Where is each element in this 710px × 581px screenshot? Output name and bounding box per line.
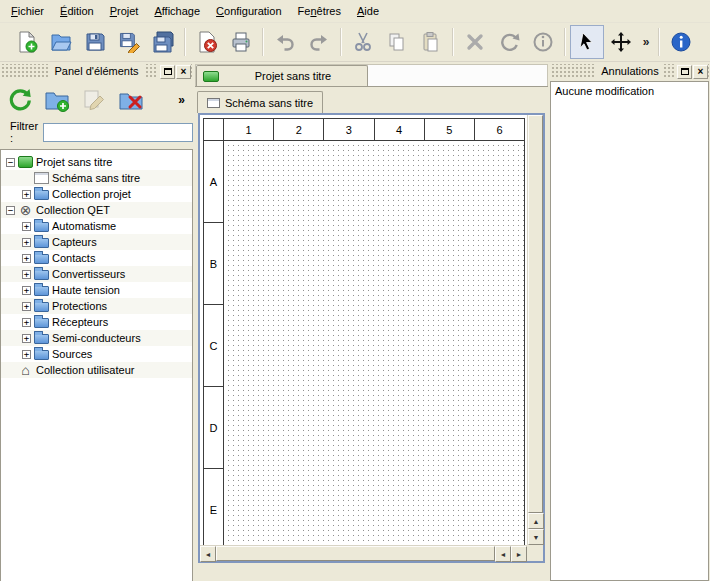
tree-item[interactable]: −Collection QET [1, 202, 192, 218]
menu-aide[interactable]: Aide [349, 0, 387, 22]
undo-list[interactable]: Aucune modification [550, 81, 709, 581]
float-button[interactable] [160, 65, 175, 79]
undo-button[interactable] [268, 25, 302, 59]
filter-input[interactable] [43, 123, 193, 142]
tree-item[interactable]: +Protections [1, 298, 192, 314]
close-button[interactable]: × [693, 65, 708, 79]
tree-item[interactable]: +Sources [1, 346, 192, 362]
tree-item[interactable]: +Convertisseurs [1, 266, 192, 282]
expander-minus-icon[interactable]: − [6, 158, 15, 167]
vertical-scrollbar-thumb[interactable] [528, 115, 543, 513]
reload-collections-button[interactable] [4, 84, 36, 116]
ruler-corner [204, 119, 224, 140]
paste-button[interactable] [414, 25, 448, 59]
scroll-right-button[interactable]: ► [511, 546, 527, 562]
menu-projet[interactable]: Projet [102, 0, 147, 22]
project-tabbar: Projet sans titre [195, 64, 548, 86]
diagram-grid[interactable] [224, 141, 524, 545]
diagram-canvas[interactable]: 123456 ABCDE [200, 115, 527, 545]
panel-overflow-button[interactable]: » [178, 93, 185, 107]
tab-schema-sans-titre[interactable]: Schéma sans titre [197, 91, 323, 113]
copy-icon [386, 31, 408, 53]
expander-plus-icon[interactable]: + [22, 254, 31, 263]
expander-plus-icon[interactable]: + [22, 222, 31, 231]
scroll-up-button[interactable]: ▲ [528, 513, 544, 529]
tree-item[interactable]: −Projet sans titre [1, 154, 192, 170]
new-element-button[interactable] [41, 84, 73, 116]
new-project-button[interactable] [10, 25, 44, 59]
close-file-button[interactable] [190, 25, 224, 59]
cut-icon [352, 31, 374, 53]
toolbar-overflow-button[interactable]: » [638, 26, 654, 58]
column-label: 4 [375, 119, 425, 140]
horizontal-scrollbar[interactable]: ◄ ◄ ► [200, 545, 527, 561]
tree-item[interactable]: +Semi-conducteurs [1, 330, 192, 346]
tree-item[interactable]: +Capteurs [1, 234, 192, 250]
scroll-down-button[interactable]: ▼ [528, 529, 544, 545]
tree-item[interactable]: Collection utilisateur [1, 362, 192, 378]
menu-fichier[interactable]: Fichier [3, 0, 52, 22]
about-button[interactable] [664, 25, 698, 59]
toolbar-separator [184, 28, 186, 56]
save-as-button[interactable] [112, 25, 146, 59]
row-label: B [204, 223, 223, 305]
expander-plus-icon[interactable]: + [22, 286, 31, 295]
new-file-icon [16, 31, 38, 53]
tree-item[interactable]: +Automatisme [1, 218, 192, 234]
expander-plus-icon[interactable]: + [22, 318, 31, 327]
float-icon [681, 68, 689, 75]
delete-element-button[interactable] [115, 84, 147, 116]
float-icon [164, 68, 172, 75]
print-icon [230, 31, 252, 53]
tab-projet-sans-titre[interactable]: Projet sans titre [196, 65, 368, 86]
save-button[interactable] [78, 25, 112, 59]
tree-item-label: Protections [52, 300, 107, 312]
tree-item-label: Automatisme [52, 220, 116, 232]
qelectrotech-window: FichierÉditionProjetAffichageConfigurati… [0, 0, 710, 581]
expander-plus-icon[interactable]: + [22, 334, 31, 343]
elements-panel-titlebar[interactable]: Panel d'éléments × [1, 64, 192, 79]
menu-fenetres[interactable]: Fenêtres [290, 0, 349, 22]
menu-affichage[interactable]: Affichage [146, 0, 208, 22]
element-tree[interactable]: −Projet sans titreSchéma sans titre+Coll… [0, 149, 193, 581]
horizontal-scrollbar-thumb[interactable] [216, 546, 495, 561]
undo-dock-titlebar[interactable]: Annulations × [551, 64, 709, 79]
open-project-button[interactable] [44, 25, 78, 59]
tree-item[interactable]: Schéma sans titre [1, 170, 192, 186]
vertical-scrollbar[interactable]: ▲ ▼ [527, 115, 543, 545]
folder-icon [34, 190, 49, 200]
menu-edition[interactable]: Édition [52, 0, 102, 22]
tree-item[interactable]: +Récepteurs [1, 314, 192, 330]
edit-element-button[interactable] [78, 84, 110, 116]
select-mode-button[interactable] [570, 25, 604, 59]
float-button[interactable] [677, 65, 692, 79]
expander-minus-icon[interactable]: − [6, 206, 15, 215]
menu-configuration[interactable]: Configuration [208, 0, 289, 22]
expander-plus-icon[interactable]: + [22, 238, 31, 247]
tree-item[interactable]: +Collection projet [1, 186, 192, 202]
column-ruler: 123456 [224, 119, 524, 140]
save-all-button[interactable] [146, 25, 180, 59]
main-toolbar: » [0, 23, 710, 62]
element-info-button[interactable] [526, 25, 560, 59]
print-button[interactable] [224, 25, 258, 59]
rotate-button[interactable] [492, 25, 526, 59]
expander-plus-icon[interactable]: + [22, 302, 31, 311]
folder-icon [34, 302, 49, 312]
close-button[interactable]: × [176, 65, 191, 79]
tree-item[interactable]: +Contacts [1, 250, 192, 266]
pan-mode-button[interactable] [604, 25, 638, 59]
tree-item[interactable]: +Haute tension [1, 282, 192, 298]
expander-plus-icon[interactable]: + [22, 350, 31, 359]
expander-plus-icon[interactable]: + [22, 190, 31, 199]
copy-button[interactable] [380, 25, 414, 59]
scroll-left-button[interactable]: ◄ [495, 546, 511, 562]
redo-button[interactable] [302, 25, 336, 59]
expander-plus-icon[interactable]: + [22, 270, 31, 279]
cut-button[interactable] [346, 25, 380, 59]
delete-button[interactable] [458, 25, 492, 59]
tree-item-label: Sources [52, 348, 92, 360]
scroll-left-edge-button[interactable]: ◄ [200, 546, 216, 562]
folder-icon [34, 222, 49, 232]
toolbar-separator [452, 28, 454, 56]
